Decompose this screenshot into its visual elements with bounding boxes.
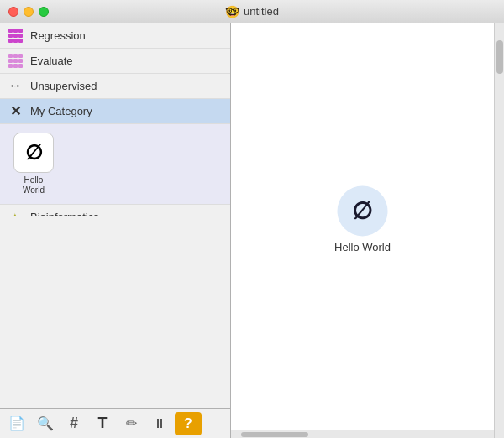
pause-button[interactable]: ⏸ bbox=[146, 412, 173, 435]
sidebar-label-unsupervised: Unsupervised bbox=[30, 80, 97, 92]
sidebar-item-my-category[interactable]: ✕ My Category bbox=[0, 99, 230, 124]
hash-button[interactable]: # bbox=[60, 412, 87, 435]
titlebar: 🤓 untitled bbox=[0, 0, 504, 23]
canvas-scrollbar-thumb[interactable] bbox=[241, 432, 308, 437]
document-button[interactable]: 📄 bbox=[3, 412, 30, 435]
category-content: ∅ HelloWorld bbox=[0, 124, 230, 205]
canvas-area[interactable]: ∅ Hello World bbox=[231, 23, 494, 430]
evaluate-icon bbox=[7, 53, 24, 70]
sidebar-list: Regression Evaluate •·• Unsupervi bbox=[0, 23, 230, 216]
main-layout: Regression Evaluate •·• Unsupervi bbox=[0, 23, 504, 438]
help-icon: ? bbox=[184, 416, 192, 431]
canvas-scrollbar-vertical[interactable] bbox=[494, 23, 504, 438]
sidebar-label-evaluate: Evaluate bbox=[30, 55, 73, 67]
bioinformatics-icon: ✦ bbox=[7, 209, 24, 216]
sidebar-label-regression: Regression bbox=[30, 29, 86, 42]
regression-icon bbox=[7, 28, 24, 44]
sidebar-item-unsupervised[interactable]: •·• Unsupervised bbox=[0, 74, 230, 99]
sidebar-workspace-area bbox=[0, 216, 230, 409]
pause-icon: ⏸ bbox=[153, 416, 166, 431]
toolbar: 📄 🔍 # T ✏ ⏸ ? bbox=[0, 408, 230, 438]
pencil-icon: ✏ bbox=[126, 415, 137, 431]
hello-world-widget[interactable]: ∅ HelloWorld bbox=[8, 133, 59, 196]
widget-icon: ∅ bbox=[13, 133, 54, 173]
sidebar-label-my-category: My Category bbox=[30, 105, 92, 117]
canvas-widget-symbol: ∅ bbox=[352, 197, 372, 225]
search-icon: 🔍 bbox=[37, 415, 54, 431]
widget-symbol: ∅ bbox=[25, 141, 43, 164]
my-category-icon: ✕ bbox=[7, 103, 24, 120]
minimize-button[interactable] bbox=[24, 7, 34, 17]
pencil-button[interactable]: ✏ bbox=[118, 412, 144, 435]
sidebar-item-regression[interactable]: Regression bbox=[0, 23, 230, 49]
help-button[interactable]: ? bbox=[175, 412, 202, 435]
left-panel: Regression Evaluate •·• Unsupervi bbox=[0, 23, 231, 438]
window-title: 🤓 untitled bbox=[225, 5, 279, 18]
canvas-widget[interactable]: ∅ Hello World bbox=[334, 185, 391, 253]
canvas-widget-label: Hello World bbox=[334, 241, 391, 253]
sidebar-item-bioinformatics[interactable]: ✦ Bioinformatics bbox=[0, 205, 230, 216]
hash-icon: # bbox=[70, 415, 78, 432]
close-button[interactable] bbox=[8, 7, 18, 17]
vscroll-thumb[interactable] bbox=[496, 40, 503, 74]
app-icon: 🤓 bbox=[225, 5, 239, 18]
traffic-lights bbox=[8, 7, 49, 17]
text-icon: T bbox=[98, 415, 108, 432]
title-text: untitled bbox=[244, 5, 279, 18]
text-button[interactable]: T bbox=[89, 412, 116, 435]
document-icon: 📄 bbox=[8, 415, 25, 431]
canvas-scrollbar-horizontal[interactable] bbox=[231, 430, 494, 438]
canvas: ∅ Hello World bbox=[231, 23, 494, 438]
sidebar-item-evaluate[interactable]: Evaluate bbox=[0, 49, 230, 74]
search-button[interactable]: 🔍 bbox=[32, 412, 59, 435]
unsupervised-icon: •·• bbox=[7, 78, 24, 95]
widget-label: HelloWorld bbox=[23, 175, 45, 196]
maximize-button[interactable] bbox=[39, 7, 49, 17]
canvas-widget-icon: ∅ bbox=[337, 185, 387, 236]
